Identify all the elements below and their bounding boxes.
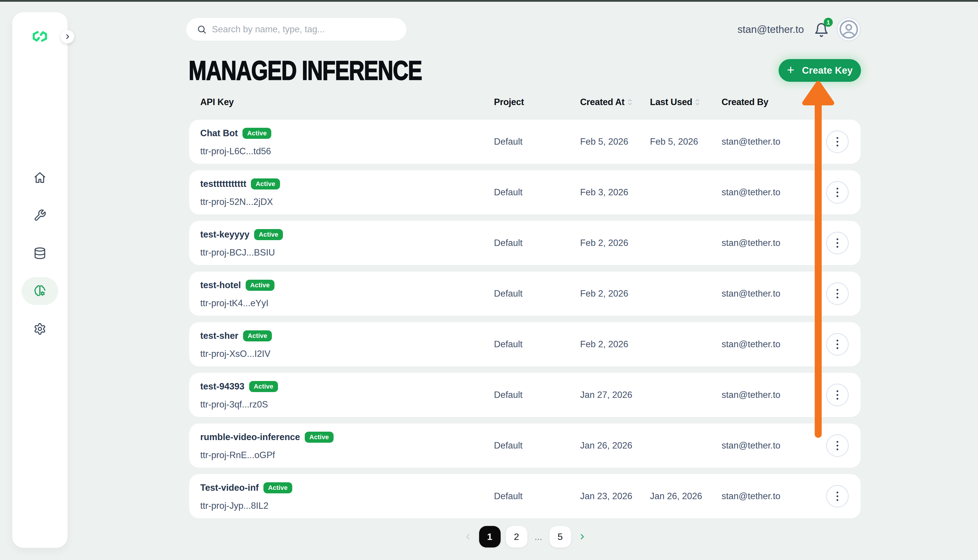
home-icon [33, 171, 46, 184]
kebab-dot [836, 394, 838, 396]
api-key-name: test-94393 [200, 381, 245, 392]
pagination-next-button[interactable] [576, 526, 588, 547]
table-header-row: API Key Project Created At Last Used Cre… [189, 95, 861, 110]
row-actions-menu-button[interactable] [826, 333, 849, 356]
search-input[interactable] [212, 24, 402, 35]
kebab-dot [836, 340, 838, 342]
project-cell: Default [494, 221, 523, 265]
search-icon [197, 25, 207, 34]
sidebar-item-data[interactable] [22, 239, 58, 267]
notifications-button[interactable]: 1 [814, 22, 829, 38]
kebab-dot [836, 398, 838, 400]
sidebar-expand-button[interactable] [61, 30, 74, 43]
kebab-dot [836, 445, 838, 447]
row-actions-menu-button[interactable] [826, 181, 849, 204]
notification-badge: 1 [824, 18, 833, 27]
kebab-dot [836, 289, 838, 291]
created-by-cell: stan@tether.to [721, 474, 780, 518]
page-title: MANAGED INFERENCE [188, 56, 422, 85]
avatar[interactable] [837, 17, 861, 41]
sort-icon[interactable] [628, 98, 632, 106]
table-row: test-hotel Active ttr-proj-tK4...eYyI De… [189, 272, 861, 316]
api-key-name-cell: test-sher Active [200, 330, 272, 342]
created-by-cell: stan@tether.to [721, 272, 780, 316]
column-header-created-at[interactable]: Created At [580, 95, 632, 110]
kebab-dot [836, 246, 838, 248]
kebab-dot [836, 293, 838, 295]
created-at-cell: Feb 2, 2026 [580, 221, 628, 265]
created-at-cell: Feb 5, 2026 [580, 120, 628, 164]
kebab-dot [836, 242, 838, 244]
last-used-cell: Feb 5, 2026 [650, 120, 698, 164]
pagination: 12...5 [189, 526, 861, 547]
column-header-last-used[interactable]: Last Used [650, 95, 700, 110]
top-edge-strip [0, 0, 978, 2]
created-by-cell: stan@tether.to [721, 423, 780, 468]
row-actions-menu-button[interactable] [826, 485, 849, 508]
project-cell: Default [494, 373, 523, 417]
api-key-id: ttr-proj-3qf...rz0S [200, 398, 268, 411]
create-key-label: Create Key [802, 65, 853, 76]
api-key-id: ttr-proj-L6C...td56 [200, 145, 271, 157]
created-by-cell: stan@tether.to [721, 322, 780, 367]
project-cell: Default [494, 423, 523, 468]
pagination-page-2[interactable]: 2 [506, 526, 527, 547]
pagination-ellipsis: ... [533, 532, 544, 542]
kebab-dot [836, 495, 838, 497]
created-by-cell: stan@tether.to [721, 373, 780, 417]
table-row: test-94393 Active ttr-proj-3qf...rz0S De… [189, 373, 861, 417]
row-actions-menu-button[interactable] [826, 434, 849, 457]
row-actions-menu-button[interactable] [826, 383, 849, 406]
pagination-page-1[interactable]: 1 [479, 526, 501, 547]
column-header-project: Project [494, 95, 524, 110]
sidebar-item-settings[interactable] [22, 315, 58, 343]
kebab-dot [836, 343, 838, 345]
created-at-cell: Feb 3, 2026 [580, 170, 628, 215]
project-cell: Default [494, 272, 523, 316]
created-by-cell: stan@tether.to [721, 120, 780, 164]
wrench-icon [33, 209, 46, 222]
status-badge: Active [305, 432, 333, 443]
sidebar-item-managed-inference[interactable] [22, 277, 58, 305]
created-at-cell: Jan 23, 2026 [580, 474, 632, 518]
api-key-name: Chat Bot [200, 128, 238, 138]
api-key-name-cell: test-hotel Active [200, 279, 275, 292]
table-row: test-keyyyy Active ttr-proj-BCJ...BSIU D… [189, 221, 861, 265]
api-key-id: ttr-proj-tK4...eYyI [200, 297, 268, 309]
status-badge: Active [242, 128, 271, 139]
kebab-dot [836, 492, 838, 493]
api-key-name: test-hotel [200, 280, 241, 290]
row-actions-menu-button[interactable] [826, 232, 849, 254]
pagination-prev-button[interactable] [462, 526, 474, 547]
kebab-dot [836, 188, 838, 190]
kebab-dot [836, 238, 838, 240]
table-row: test-sher Active ttr-proj-XsO...I2IV Def… [189, 322, 861, 367]
kebab-dot [836, 499, 838, 501]
project-cell: Default [494, 170, 523, 215]
kebab-dot [836, 141, 838, 143]
row-actions-menu-button[interactable] [826, 282, 849, 305]
chevron-right-icon [578, 533, 586, 540]
chevron-right-icon [64, 33, 71, 40]
sort-icon[interactable] [695, 98, 700, 106]
table-row: Chat Bot Active ttr-proj-L6C...td56 Defa… [189, 120, 861, 164]
row-actions-menu-button[interactable] [826, 130, 849, 153]
api-key-name-cell: testtttttttttt Active [200, 178, 280, 190]
project-cell: Default [494, 322, 523, 367]
api-key-name-cell: Chat Bot Active [200, 127, 271, 139]
status-badge: Active [246, 280, 275, 291]
kebab-dot [836, 448, 838, 450]
api-key-name-cell: test-keyyyy Active [200, 228, 283, 241]
search-bar[interactable] [186, 18, 407, 41]
create-key-button[interactable]: + Create Key [779, 59, 861, 82]
pagination-page-5[interactable]: 5 [550, 526, 571, 547]
kebab-dot [836, 297, 838, 298]
created-at-cell: Jan 27, 2026 [580, 373, 632, 417]
column-header-api-key: API Key [200, 95, 234, 110]
table-row: rumble-video-inference Active ttr-proj-R… [189, 423, 861, 468]
sidebar-item-home[interactable] [22, 163, 58, 192]
sidebar-item-tools[interactable] [22, 202, 58, 229]
database-icon [33, 247, 46, 260]
api-key-id: ttr-proj-XsO...I2IV [200, 348, 270, 360]
user-avatar-icon [838, 19, 859, 40]
